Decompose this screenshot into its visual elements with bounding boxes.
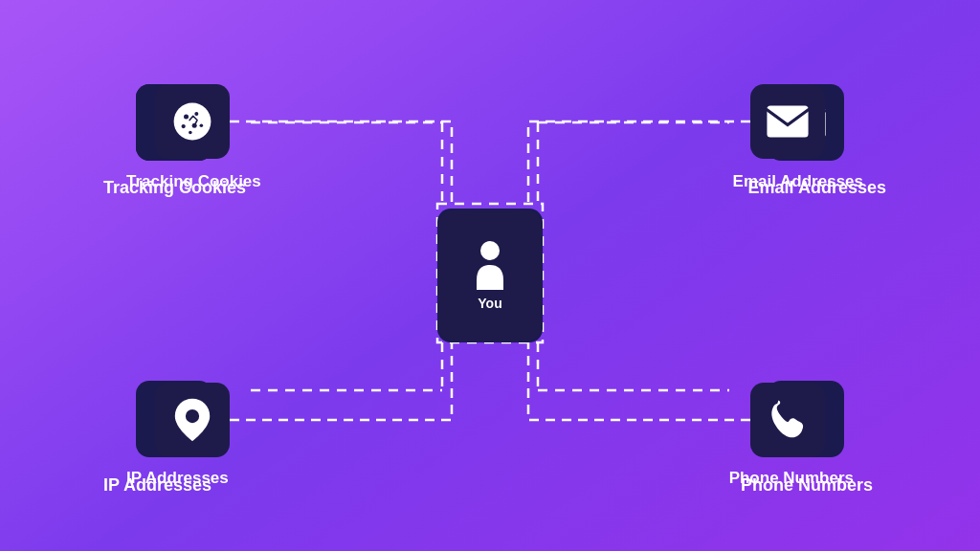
svg-point-30 (480, 241, 500, 260)
you-center-label: You (478, 296, 501, 311)
you-center-card: You (438, 210, 542, 341)
svg-point-33 (194, 112, 198, 116)
svg-point-36 (200, 124, 204, 128)
svg-rect-38 (767, 105, 808, 137)
tracking-cookies-label: Tracking Cookies (103, 178, 246, 198)
svg-point-34 (182, 124, 186, 128)
phone-numbers-box (750, 383, 825, 457)
email-addresses-label: Email Addresses (748, 178, 886, 198)
person-figure (473, 240, 507, 290)
svg-point-31 (174, 103, 212, 141)
cookie-icon (170, 99, 214, 143)
phone-icon (767, 399, 809, 441)
email-addresses-box (750, 84, 825, 159)
svg-point-39 (186, 409, 199, 423)
svg-point-32 (184, 114, 189, 119)
location-pin-icon (174, 398, 211, 442)
svg-point-37 (189, 131, 192, 135)
ip-addresses-label: IP Addresses (103, 475, 212, 496)
phone-numbers-label: Phone Numbers (741, 475, 873, 496)
email-icon (766, 104, 810, 139)
tracking-cookies-box (155, 84, 230, 159)
ip-addresses-box (155, 383, 230, 457)
